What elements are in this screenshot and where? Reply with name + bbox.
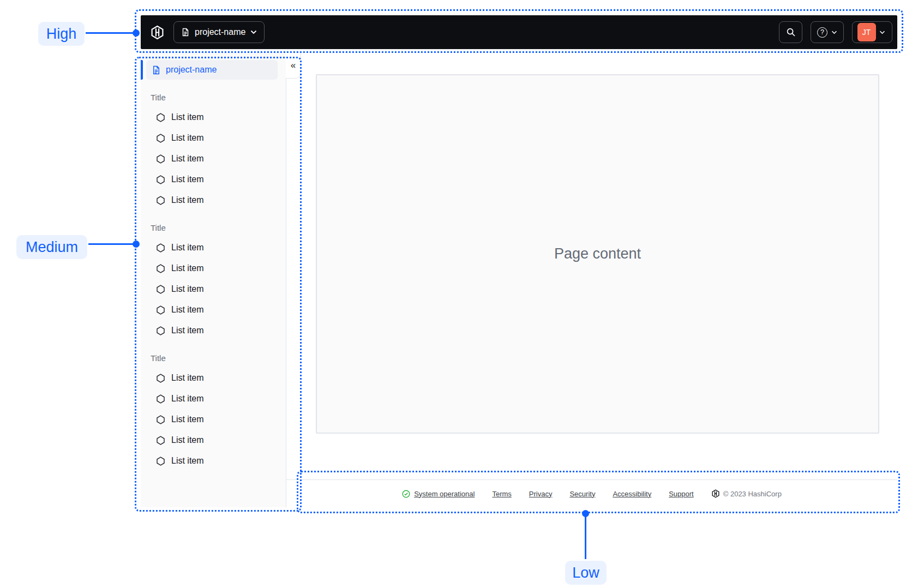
sidebar-section: Title List item List item List item xyxy=(141,222,286,341)
file-text-icon xyxy=(152,65,161,75)
page-content-label: Page content xyxy=(554,245,641,262)
chevron-down-icon xyxy=(250,30,257,34)
sidebar-list-item[interactable]: List item xyxy=(141,190,286,211)
sidebar-list-item[interactable]: List item xyxy=(141,169,286,190)
hexagon-icon xyxy=(156,436,165,445)
avatar: JT xyxy=(857,23,876,41)
hexagon-icon xyxy=(156,196,165,205)
system-status-link[interactable]: System operational xyxy=(402,490,475,498)
footer-link[interactable]: Security xyxy=(569,490,595,498)
sidebar-section: Title List item List item List item xyxy=(141,352,286,471)
question-circle-icon: ? xyxy=(817,27,827,38)
sidebar-list-item[interactable]: List item xyxy=(141,279,286,299)
footer-link[interactable]: Privacy xyxy=(529,490,553,498)
sidebar-list-item[interactable]: List item xyxy=(141,107,286,128)
list-item-label: List item xyxy=(171,195,204,205)
annotation-label-high: High xyxy=(38,22,85,46)
page-content-placeholder: Page content xyxy=(316,74,879,434)
list-item-label: List item xyxy=(171,394,204,404)
section-items: List item List item List item List item xyxy=(141,368,286,471)
section-items: List item List item List item List item xyxy=(141,237,286,341)
list-item-label: List item xyxy=(171,133,204,143)
hexagon-icon xyxy=(156,264,165,273)
footer-links: Terms Privacy Security Accessibility Sup… xyxy=(492,490,693,498)
sidebar-list-item[interactable]: List item xyxy=(141,148,286,169)
hexagon-icon xyxy=(156,175,165,184)
list-item-label: List item xyxy=(171,326,204,335)
hexagon-icon xyxy=(156,154,165,164)
sidebar-list-item[interactable]: List item xyxy=(141,451,286,471)
section-title: Title xyxy=(151,222,286,233)
list-item-label: List item xyxy=(171,305,204,315)
section-title: Title xyxy=(151,352,286,363)
annotation-dot-low xyxy=(582,510,589,517)
hexagon-icon xyxy=(156,415,165,424)
sidebar-list-item[interactable]: List item xyxy=(141,299,286,320)
sidebar-list-item[interactable]: List item xyxy=(141,258,286,279)
sidebar-list-item[interactable]: List item xyxy=(141,237,286,258)
sidebar-list-item[interactable]: List item xyxy=(141,409,286,430)
list-item-label: List item xyxy=(171,456,204,466)
sidebar-item-project[interactable]: project-name xyxy=(146,60,278,80)
sidebar-list-item[interactable]: List item xyxy=(141,320,286,341)
sidebar-list-item[interactable]: List item xyxy=(141,368,286,388)
help-dropdown-button[interactable]: ? xyxy=(811,21,844,43)
annotation-dot-medium xyxy=(133,241,140,248)
list-item-label: List item xyxy=(171,263,204,273)
sidebar-list-item[interactable]: List item xyxy=(141,430,286,451)
system-status-label: System operational xyxy=(414,490,475,498)
footer-link[interactable]: Support xyxy=(669,490,694,498)
active-item-accent-bar xyxy=(141,60,143,80)
navbar-right-group: ? JT xyxy=(779,21,892,43)
list-item-label: List item xyxy=(171,112,204,122)
section-items: List item List item List item List item xyxy=(141,107,286,211)
hexagon-icon xyxy=(156,243,165,253)
project-dropdown-button[interactable]: project-name xyxy=(173,21,265,43)
hexagon-icon xyxy=(156,374,165,383)
annotation-dot-high xyxy=(133,29,140,37)
annotation-connector-high xyxy=(86,32,135,34)
search-button[interactable] xyxy=(779,21,802,43)
top-navbar: project-name ? JT xyxy=(141,15,897,49)
list-item-label: List item xyxy=(171,154,204,164)
footer-link[interactable]: Terms xyxy=(492,490,511,498)
footer: System operational Terms Privacy Securit… xyxy=(286,479,897,507)
annotation-connector-medium xyxy=(88,243,135,245)
user-menu-button[interactable]: JT xyxy=(852,21,892,43)
hexagon-icon xyxy=(156,134,165,143)
list-item-label: List item xyxy=(171,243,204,253)
list-item-label: List item xyxy=(171,373,204,383)
sidebar-nav: Title List item List item List item xyxy=(141,92,286,471)
navbar-left-group: project-name xyxy=(150,21,265,43)
hexagon-icon xyxy=(156,326,165,335)
list-item-label: List item xyxy=(171,415,204,424)
chevron-down-icon xyxy=(831,31,837,34)
sidebar: project-name Title List item List item L… xyxy=(141,53,286,507)
project-dropdown-label: project-name xyxy=(195,27,245,37)
hexagon-icon xyxy=(156,285,165,294)
list-item-label: List item xyxy=(171,435,204,445)
sidebar-section: Title List item List item List item xyxy=(141,92,286,211)
hexagon-icon xyxy=(156,457,165,466)
list-item-label: List item xyxy=(171,284,204,294)
annotation-label-medium: Medium xyxy=(16,235,87,259)
footer-link[interactable]: Accessibility xyxy=(613,490,651,498)
hashicorp-logo-icon xyxy=(150,25,165,40)
hcp-app-frame-mockup: project-name ? JT xyxy=(0,0,912,588)
hexagon-icon xyxy=(156,305,165,315)
section-title: Title xyxy=(151,92,286,103)
double-chevron-left-icon: « xyxy=(291,60,296,71)
status-check-icon xyxy=(402,490,410,498)
annotation-connector-low xyxy=(585,513,586,559)
hexagon-icon xyxy=(156,113,165,122)
search-icon xyxy=(786,27,796,37)
sidebar-collapse-button[interactable]: « xyxy=(286,53,301,79)
footer-copyright: © 2023 HashiCorp xyxy=(711,489,782,498)
sidebar-list-item[interactable]: List item xyxy=(141,128,286,148)
sidebar-project-label: project-name xyxy=(166,65,217,75)
file-text-icon xyxy=(181,28,190,37)
list-item-label: List item xyxy=(171,175,204,184)
sidebar-list-item[interactable]: List item xyxy=(141,388,286,409)
hashicorp-logo-icon xyxy=(711,489,720,498)
chevron-down-icon xyxy=(879,31,885,34)
